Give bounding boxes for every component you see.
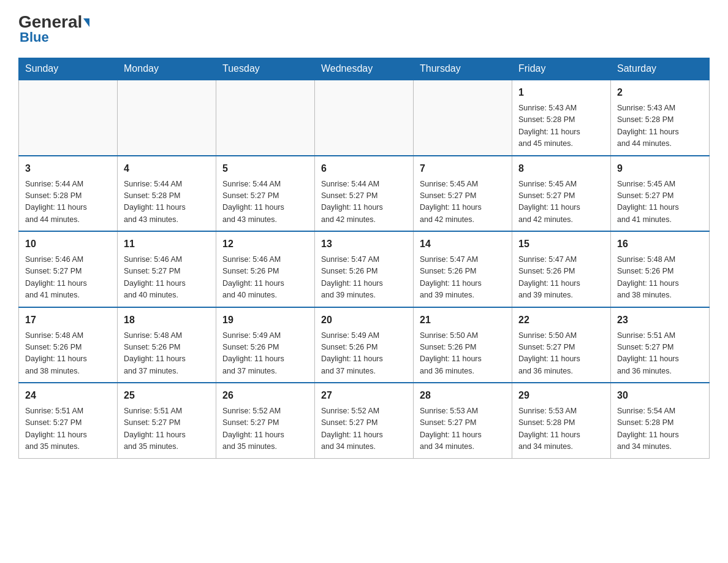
day-info: Sunrise: 5:49 AM Sunset: 5:26 PM Dayligh… [222, 330, 308, 378]
calendar-cell: 5Sunrise: 5:44 AM Sunset: 5:27 PM Daylig… [216, 156, 315, 232]
day-info: Sunrise: 5:46 AM Sunset: 5:27 PM Dayligh… [124, 254, 210, 302]
day-number: 28 [420, 388, 506, 403]
calendar-cell: 20Sunrise: 5:49 AM Sunset: 5:26 PM Dayli… [315, 307, 414, 383]
day-number: 1 [518, 85, 604, 100]
calendar-cell: 10Sunrise: 5:46 AM Sunset: 5:27 PM Dayli… [19, 231, 118, 307]
week-row: 1Sunrise: 5:43 AM Sunset: 5:28 PM Daylig… [19, 80, 710, 156]
day-of-week-header: Saturday [611, 58, 710, 80]
day-info: Sunrise: 5:45 AM Sunset: 5:27 PM Dayligh… [617, 178, 703, 226]
day-info: Sunrise: 5:47 AM Sunset: 5:26 PM Dayligh… [518, 254, 604, 302]
calendar-cell: 1Sunrise: 5:43 AM Sunset: 5:28 PM Daylig… [512, 80, 611, 156]
calendar-cell: 27Sunrise: 5:52 AM Sunset: 5:27 PM Dayli… [315, 383, 414, 458]
day-number: 21 [420, 313, 506, 327]
day-number: 9 [617, 161, 703, 176]
calendar-cell: 6Sunrise: 5:44 AM Sunset: 5:27 PM Daylig… [315, 156, 414, 232]
calendar-cell: 24Sunrise: 5:51 AM Sunset: 5:27 PM Dayli… [19, 383, 118, 458]
day-number: 12 [222, 237, 308, 251]
day-of-week-header: Friday [512, 58, 611, 80]
calendar-cell: 18Sunrise: 5:48 AM Sunset: 5:26 PM Dayli… [118, 307, 216, 383]
day-info: Sunrise: 5:52 AM Sunset: 5:27 PM Dayligh… [222, 405, 308, 453]
day-info: Sunrise: 5:53 AM Sunset: 5:28 PM Dayligh… [518, 405, 604, 453]
day-info: Sunrise: 5:47 AM Sunset: 5:26 PM Dayligh… [321, 254, 407, 302]
day-number: 15 [518, 237, 604, 251]
calendar-cell: 16Sunrise: 5:48 AM Sunset: 5:26 PM Dayli… [611, 231, 710, 307]
day-info: Sunrise: 5:51 AM Sunset: 5:27 PM Dayligh… [617, 330, 703, 378]
day-info: Sunrise: 5:52 AM Sunset: 5:27 PM Dayligh… [321, 405, 407, 453]
day-number: 23 [617, 313, 703, 327]
day-number: 18 [124, 313, 210, 327]
calendar-cell [315, 80, 414, 156]
day-number: 10 [25, 237, 111, 251]
calendar-cell: 29Sunrise: 5:53 AM Sunset: 5:28 PM Dayli… [512, 383, 611, 458]
page-header: General Blue [18, 12, 710, 45]
day-number: 2 [617, 85, 703, 100]
day-info: Sunrise: 5:47 AM Sunset: 5:26 PM Dayligh… [420, 254, 506, 302]
day-number: 17 [25, 313, 111, 327]
day-info: Sunrise: 5:46 AM Sunset: 5:26 PM Dayligh… [222, 254, 308, 302]
day-info: Sunrise: 5:45 AM Sunset: 5:27 PM Dayligh… [518, 178, 604, 226]
day-info: Sunrise: 5:44 AM Sunset: 5:28 PM Dayligh… [25, 178, 111, 226]
calendar-cell: 13Sunrise: 5:47 AM Sunset: 5:26 PM Dayli… [315, 231, 414, 307]
day-info: Sunrise: 5:48 AM Sunset: 5:26 PM Dayligh… [617, 254, 703, 302]
calendar-cell: 23Sunrise: 5:51 AM Sunset: 5:27 PM Dayli… [611, 307, 710, 383]
day-number: 4 [124, 161, 210, 176]
day-info: Sunrise: 5:44 AM Sunset: 5:27 PM Dayligh… [222, 178, 308, 226]
day-number: 30 [617, 388, 703, 403]
day-info: Sunrise: 5:44 AM Sunset: 5:28 PM Dayligh… [124, 178, 210, 226]
calendar-table: SundayMondayTuesdayWednesdayThursdayFrid… [18, 58, 710, 459]
day-info: Sunrise: 5:45 AM Sunset: 5:27 PM Dayligh… [420, 178, 506, 226]
day-number: 5 [222, 161, 308, 176]
calendar-cell: 11Sunrise: 5:46 AM Sunset: 5:27 PM Dayli… [118, 231, 216, 307]
calendar-cell: 21Sunrise: 5:50 AM Sunset: 5:26 PM Dayli… [414, 307, 512, 383]
logo-arrow-icon [83, 18, 89, 27]
day-info: Sunrise: 5:43 AM Sunset: 5:28 PM Dayligh… [518, 102, 604, 150]
day-number: 13 [321, 237, 407, 251]
calendar-cell [414, 80, 512, 156]
calendar-cell [19, 80, 118, 156]
calendar-cell: 22Sunrise: 5:50 AM Sunset: 5:27 PM Dayli… [512, 307, 611, 383]
calendar-cell [118, 80, 216, 156]
day-info: Sunrise: 5:50 AM Sunset: 5:26 PM Dayligh… [420, 330, 506, 378]
calendar-header-row: SundayMondayTuesdayWednesdayThursdayFrid… [19, 58, 710, 80]
calendar-cell: 9Sunrise: 5:45 AM Sunset: 5:27 PM Daylig… [611, 156, 710, 232]
day-number: 16 [617, 237, 703, 251]
day-info: Sunrise: 5:54 AM Sunset: 5:28 PM Dayligh… [617, 405, 703, 453]
calendar-cell: 12Sunrise: 5:46 AM Sunset: 5:26 PM Dayli… [216, 231, 315, 307]
week-row: 3Sunrise: 5:44 AM Sunset: 5:28 PM Daylig… [19, 156, 710, 232]
day-number: 7 [420, 161, 506, 176]
day-number: 3 [25, 161, 111, 176]
calendar-cell: 8Sunrise: 5:45 AM Sunset: 5:27 PM Daylig… [512, 156, 611, 232]
calendar-cell: 2Sunrise: 5:43 AM Sunset: 5:28 PM Daylig… [611, 80, 710, 156]
day-number: 14 [420, 237, 506, 251]
day-of-week-header: Thursday [414, 58, 512, 80]
day-info: Sunrise: 5:49 AM Sunset: 5:26 PM Dayligh… [321, 330, 407, 378]
day-number: 22 [518, 313, 604, 327]
day-number: 25 [124, 388, 210, 403]
calendar-cell: 28Sunrise: 5:53 AM Sunset: 5:27 PM Dayli… [414, 383, 512, 458]
day-info: Sunrise: 5:43 AM Sunset: 5:28 PM Dayligh… [617, 102, 703, 150]
day-number: 20 [321, 313, 407, 327]
calendar-cell: 17Sunrise: 5:48 AM Sunset: 5:26 PM Dayli… [19, 307, 118, 383]
calendar-cell: 3Sunrise: 5:44 AM Sunset: 5:28 PM Daylig… [19, 156, 118, 232]
day-info: Sunrise: 5:48 AM Sunset: 5:26 PM Dayligh… [25, 330, 111, 378]
calendar-cell: 26Sunrise: 5:52 AM Sunset: 5:27 PM Dayli… [216, 383, 315, 458]
day-number: 26 [222, 388, 308, 403]
day-number: 6 [321, 161, 407, 176]
week-row: 17Sunrise: 5:48 AM Sunset: 5:26 PM Dayli… [19, 307, 710, 383]
week-row: 10Sunrise: 5:46 AM Sunset: 5:27 PM Dayli… [19, 231, 710, 307]
day-number: 24 [25, 388, 111, 403]
day-info: Sunrise: 5:51 AM Sunset: 5:27 PM Dayligh… [25, 405, 111, 453]
day-number: 8 [518, 161, 604, 176]
calendar-cell: 15Sunrise: 5:47 AM Sunset: 5:26 PM Dayli… [512, 231, 611, 307]
day-info: Sunrise: 5:46 AM Sunset: 5:27 PM Dayligh… [25, 254, 111, 302]
day-info: Sunrise: 5:53 AM Sunset: 5:27 PM Dayligh… [420, 405, 506, 453]
week-row: 24Sunrise: 5:51 AM Sunset: 5:27 PM Dayli… [19, 383, 710, 458]
day-number: 27 [321, 388, 407, 403]
day-number: 29 [518, 388, 604, 403]
day-of-week-header: Wednesday [315, 58, 414, 80]
calendar-cell: 14Sunrise: 5:47 AM Sunset: 5:26 PM Dayli… [414, 231, 512, 307]
calendar-cell: 25Sunrise: 5:51 AM Sunset: 5:27 PM Dayli… [118, 383, 216, 458]
day-info: Sunrise: 5:51 AM Sunset: 5:27 PM Dayligh… [124, 405, 210, 453]
calendar-cell: 30Sunrise: 5:54 AM Sunset: 5:28 PM Dayli… [611, 383, 710, 458]
day-info: Sunrise: 5:50 AM Sunset: 5:27 PM Dayligh… [518, 330, 604, 378]
